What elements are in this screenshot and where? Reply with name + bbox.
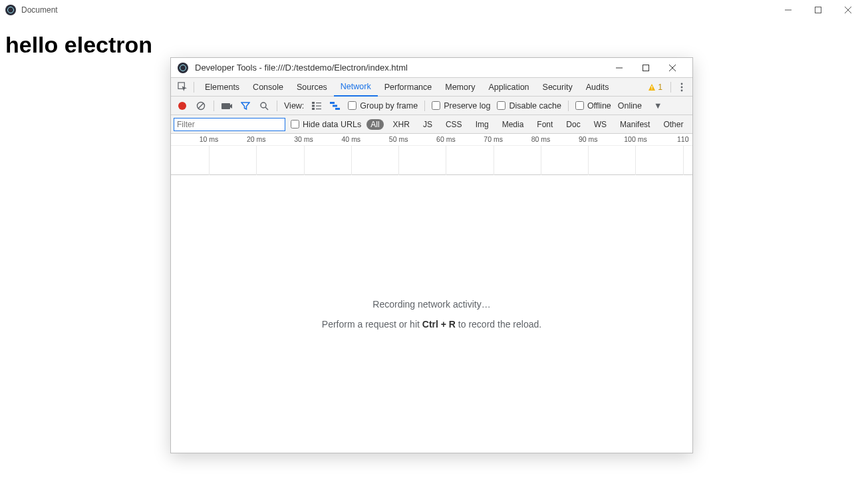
filter-type-xhr[interactable]: XHR	[389, 119, 414, 130]
view-label: View:	[284, 101, 304, 111]
group-by-frame-label: Group by frame	[360, 101, 418, 111]
svg-rect-1	[815, 7, 821, 13]
disable-cache-label: Disable cache	[509, 101, 561, 111]
preserve-log-label: Preserve log	[444, 101, 490, 111]
devtools-close-button[interactable]	[659, 58, 686, 78]
devtools-maximize-button[interactable]	[633, 58, 659, 78]
svg-rect-22	[316, 105, 321, 106]
tab-audits[interactable]: Audits	[579, 78, 616, 97]
filter-type-all[interactable]: All	[366, 119, 383, 130]
filter-input[interactable]	[174, 118, 285, 131]
svg-point-17	[261, 103, 266, 108]
filter-type-ws[interactable]: WS	[590, 119, 611, 130]
screenshot-icon[interactable]	[221, 100, 233, 112]
timeline-tick: 80 ms	[531, 135, 551, 143]
timeline-gridline	[351, 146, 352, 175]
svg-line-18	[265, 107, 268, 110]
tab-performance[interactable]: Performance	[378, 78, 439, 97]
timeline-overview[interactable]: 10 ms20 ms30 ms40 ms50 ms60 ms70 ms80 ms…	[171, 134, 692, 175]
timeline-tick: 60 ms	[436, 135, 456, 143]
filter-type-other[interactable]: Other	[659, 119, 687, 130]
timeline-gridline	[304, 146, 305, 175]
large-rows-icon[interactable]	[311, 100, 323, 112]
timeline-gridline	[588, 146, 589, 175]
svg-rect-9	[652, 86, 652, 89]
offline-checkbox[interactable]: Offline	[575, 101, 611, 111]
svg-point-13	[681, 89, 683, 91]
devtools-tabs: ElementsConsoleSourcesNetworkPerformance…	[171, 78, 692, 97]
filter-type-media[interactable]: Media	[498, 119, 528, 130]
record-button[interactable]	[176, 100, 188, 112]
timeline-tick: 10 ms	[200, 135, 219, 143]
timeline-tick: 40 ms	[342, 135, 361, 143]
timeline-tick: 50 ms	[389, 135, 408, 143]
devtools-titlebar: Developer Tools - file:///D:/testdemo/El…	[171, 58, 692, 78]
electron-icon	[5, 5, 16, 15]
maximize-button[interactable]	[803, 0, 833, 20]
svg-rect-24	[316, 109, 321, 109]
timeline-tick: 100 ms	[624, 135, 647, 143]
inspect-element-icon[interactable]	[175, 82, 190, 92]
warnings-badge[interactable]: 1	[648, 83, 662, 92]
svg-rect-27	[335, 108, 340, 110]
filter-type-doc[interactable]: Doc	[562, 119, 584, 130]
group-by-frame-checkbox[interactable]: Group by frame	[348, 101, 418, 111]
filter-type-img[interactable]: Img	[472, 119, 493, 130]
timeline-tick: 110	[677, 135, 689, 143]
timeline-gridline	[398, 146, 399, 175]
timeline-tick: 20 ms	[247, 135, 266, 143]
timeline-gridline	[446, 146, 446, 175]
tab-console[interactable]: Console	[246, 78, 290, 97]
svg-rect-23	[312, 108, 315, 110]
tab-network[interactable]: Network	[334, 78, 378, 97]
warnings-count: 1	[658, 83, 662, 92]
filter-row: Hide data URLs AllXHRJSCSSImgMediaFontDo…	[171, 115, 692, 134]
electron-icon	[178, 63, 188, 73]
filter-type-js[interactable]: JS	[419, 119, 436, 130]
timeline-tick: 90 ms	[579, 135, 598, 143]
minimize-button[interactable]	[773, 0, 803, 20]
svg-rect-5	[643, 65, 649, 71]
devtools-window: Developer Tools - file:///D:/testdemo/El…	[170, 57, 693, 453]
tab-memory[interactable]: Memory	[438, 78, 482, 97]
svg-rect-20	[316, 103, 321, 103]
hide-data-urls-checkbox[interactable]: Hide data URLs	[291, 120, 361, 129]
svg-rect-10	[652, 89, 652, 89]
search-icon[interactable]	[258, 100, 270, 112]
tab-elements[interactable]: Elements	[198, 78, 246, 97]
timeline-gridline	[635, 146, 636, 175]
chevron-down-icon: ▼	[654, 101, 662, 111]
preserve-log-checkbox[interactable]: Preserve log	[432, 101, 490, 111]
throttling-dropdown[interactable]: Online▼	[618, 101, 662, 111]
devtools-title: Developer Tools - file:///D:/testdemo/El…	[195, 63, 408, 73]
svg-rect-19	[312, 102, 315, 104]
network-empty-state: Recording network activity… Perform a re…	[171, 175, 692, 453]
svg-point-12	[681, 86, 683, 88]
shortcut-key: Ctrl + R	[422, 319, 456, 330]
devtools-minimize-button[interactable]	[606, 58, 633, 78]
clear-button[interactable]	[195, 100, 207, 112]
main-window-title: Document	[21, 5, 58, 15]
tab-security[interactable]: Security	[536, 78, 579, 97]
svg-point-11	[681, 83, 683, 85]
filter-type-css[interactable]: CSS	[442, 119, 466, 130]
disable-cache-checkbox[interactable]: Disable cache	[497, 101, 561, 111]
filter-type-font[interactable]: Font	[533, 119, 557, 130]
tab-application[interactable]: Application	[482, 78, 535, 97]
timeline-tick: 70 ms	[484, 135, 503, 143]
svg-rect-16	[221, 103, 230, 109]
svg-rect-25	[330, 102, 335, 104]
offline-label: Offline	[587, 101, 611, 111]
filter-type-manifest[interactable]: Manifest	[616, 119, 654, 130]
main-titlebar: Document	[0, 0, 868, 20]
hide-data-urls-label: Hide data URLs	[303, 120, 361, 129]
timeline-gridline	[683, 146, 684, 175]
close-button[interactable]	[833, 0, 863, 20]
more-menu-icon[interactable]	[675, 83, 688, 92]
overview-icon[interactable]	[329, 100, 341, 112]
timeline-gridline	[494, 146, 494, 175]
svg-rect-21	[312, 105, 315, 107]
empty-line2: Perform a request or hit Ctrl + R to rec…	[322, 319, 541, 330]
tab-sources[interactable]: Sources	[290, 78, 334, 97]
filter-icon[interactable]	[239, 100, 251, 112]
